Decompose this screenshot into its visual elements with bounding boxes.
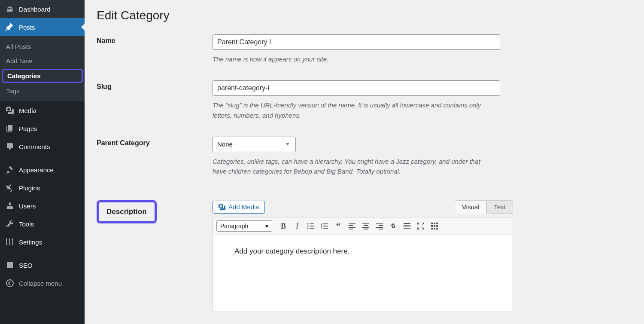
editor-toolbar: Paragraph ▾ B I 123 “ xyxy=(213,217,513,235)
svg-rect-22 xyxy=(379,225,383,226)
svg-rect-13 xyxy=(349,223,355,224)
field-row-slug: Slug The “slug” is the URL-friendly vers… xyxy=(97,80,632,120)
svg-rect-2 xyxy=(310,226,314,226)
numbered-list-button[interactable]: 123 xyxy=(319,220,331,232)
menu-label: Collapse menu xyxy=(19,280,62,287)
submenu-all-posts[interactable]: All Posts xyxy=(0,40,85,54)
svg-rect-20 xyxy=(364,229,368,229)
svg-text:3: 3 xyxy=(321,227,322,229)
add-media-label: Add Media xyxy=(228,203,259,211)
submenu-posts: All Posts Add New Categories Tags xyxy=(0,36,85,101)
align-center-button[interactable] xyxy=(360,220,372,232)
svg-rect-33 xyxy=(434,225,435,227)
media-icon xyxy=(218,203,226,211)
field-row-description: Description Add Media Visual Text Paragr… xyxy=(97,200,632,312)
format-select-value: Paragraph xyxy=(220,223,248,229)
menu-label: Dashboard xyxy=(19,6,50,13)
svg-rect-3 xyxy=(310,228,314,229)
tab-text[interactable]: Text xyxy=(486,200,513,214)
label-slug: Slug xyxy=(97,80,213,91)
input-slug[interactable] xyxy=(213,80,500,96)
menu-label: Users xyxy=(19,202,36,210)
bullet-list-button[interactable] xyxy=(305,220,317,232)
menu-item-posts[interactable]: Posts xyxy=(0,18,85,36)
svg-rect-23 xyxy=(376,227,383,228)
svg-rect-35 xyxy=(431,228,433,229)
field-row-parent: Parent Category None Categories, unlike … xyxy=(97,137,632,177)
menu-item-comments[interactable]: Comments xyxy=(0,138,85,156)
insert-more-button[interactable] xyxy=(401,220,413,232)
dashboard-icon xyxy=(5,4,15,14)
svg-rect-19 xyxy=(362,227,369,228)
menu-label: Settings xyxy=(19,238,42,246)
align-right-button[interactable] xyxy=(374,220,386,232)
svg-rect-9 xyxy=(323,228,328,229)
svg-point-4 xyxy=(307,223,309,225)
svg-rect-29 xyxy=(431,223,433,224)
help-parent: Categories, unlike tags, can have a hier… xyxy=(213,156,496,177)
svg-rect-34 xyxy=(436,225,438,227)
menu-item-pages[interactable]: Pages xyxy=(0,119,85,138)
menu-item-dashboard[interactable]: Dashboard xyxy=(0,0,85,18)
menu-item-plugins[interactable]: Plugins xyxy=(0,179,85,197)
input-name[interactable] xyxy=(213,34,500,50)
user-icon xyxy=(5,201,15,211)
collapse-icon xyxy=(5,278,15,288)
svg-rect-15 xyxy=(349,227,355,228)
menu-item-settings[interactable]: Settings xyxy=(0,233,85,251)
menu-label: SEO xyxy=(19,262,33,269)
bold-button[interactable]: B xyxy=(277,220,289,232)
label-parent: Parent Category xyxy=(97,137,213,147)
editor-content[interactable]: Add your category description here. xyxy=(213,235,513,312)
svg-rect-14 xyxy=(349,225,353,226)
menu-label: Posts xyxy=(19,24,35,31)
editor-text: Add your category description here. xyxy=(234,247,349,255)
svg-rect-28 xyxy=(404,228,410,229)
link-button[interactable] xyxy=(387,220,399,232)
svg-rect-36 xyxy=(434,228,435,229)
menu-label: Comments xyxy=(19,143,50,150)
wrench-icon xyxy=(5,219,15,229)
svg-rect-30 xyxy=(434,223,435,224)
submenu-tags[interactable]: Tags xyxy=(0,84,85,98)
pin-icon xyxy=(5,22,15,32)
menu-collapse[interactable]: Collapse menu xyxy=(0,274,85,292)
brush-icon xyxy=(5,165,15,174)
svg-rect-7 xyxy=(323,223,328,224)
fullscreen-button[interactable] xyxy=(415,220,427,232)
tab-visual[interactable]: Visual xyxy=(455,200,487,214)
menu-label: Pages xyxy=(19,125,37,132)
svg-rect-16 xyxy=(349,229,353,229)
format-select[interactable]: Paragraph ▾ xyxy=(216,220,272,232)
seo-icon xyxy=(5,260,15,270)
submenu-add-new[interactable]: Add New xyxy=(0,54,85,68)
svg-rect-32 xyxy=(431,225,433,227)
help-slug: The “slug” is the URL-friendly version o… xyxy=(213,100,496,120)
menu-item-media[interactable]: Media xyxy=(0,101,85,119)
menu-item-tools[interactable]: Tools xyxy=(0,215,85,233)
svg-point-6 xyxy=(307,228,309,229)
svg-point-0 xyxy=(6,280,13,287)
align-left-button[interactable] xyxy=(346,220,358,232)
submenu-categories[interactable]: Categories xyxy=(2,69,83,83)
help-name: The name is how it appears on your site. xyxy=(213,54,496,64)
content-area: Edit Category Name The name is how it ap… xyxy=(85,0,644,324)
toolbar-toggle-button[interactable] xyxy=(428,220,440,232)
comments-icon xyxy=(5,142,15,151)
field-row-name: Name The name is how it appears on your … xyxy=(97,34,632,64)
svg-rect-24 xyxy=(379,229,383,229)
menu-item-users[interactable]: Users xyxy=(0,197,85,215)
svg-rect-18 xyxy=(364,225,368,226)
menu-item-seo[interactable]: SEO xyxy=(0,256,85,274)
italic-button[interactable]: I xyxy=(291,220,303,232)
menu-item-appearance[interactable]: Appearance xyxy=(0,161,85,179)
svg-rect-17 xyxy=(362,223,369,224)
caret-down-icon: ▾ xyxy=(265,223,268,229)
svg-rect-1 xyxy=(310,223,314,224)
media-icon xyxy=(5,106,15,115)
menu-label: Appearance xyxy=(19,166,54,174)
select-parent[interactable]: None xyxy=(213,137,296,152)
plug-icon xyxy=(5,183,15,193)
add-media-button[interactable]: Add Media xyxy=(213,201,265,214)
blockquote-button[interactable]: “ xyxy=(332,220,344,232)
